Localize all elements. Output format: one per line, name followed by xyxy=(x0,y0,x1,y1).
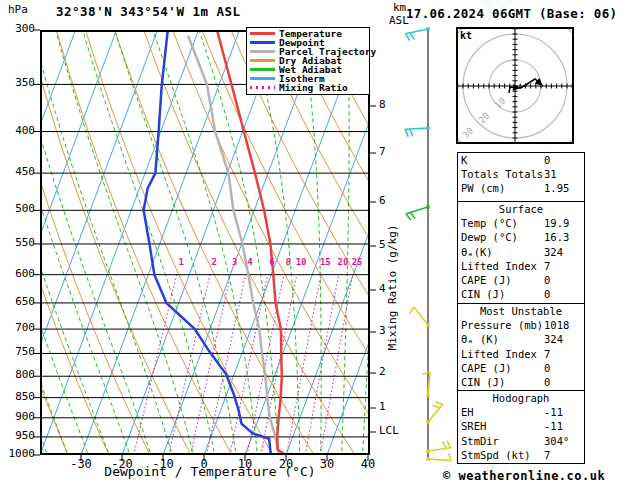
legend: TemperatureDewpointParcel TrajectoryDry … xyxy=(246,27,370,95)
date-title: 17.06.2024 06GMT (Base: 06) xyxy=(406,6,617,21)
table-row: Temp (°C)19.9 xyxy=(458,216,584,230)
pressure-tick-label: 850 xyxy=(5,391,35,403)
pressure-tick-label: 300 xyxy=(5,23,35,35)
mixing-ratio-label: 1 xyxy=(170,257,192,267)
table-row: StmSpd (kt)7 xyxy=(458,448,584,462)
table-section-header: Surface xyxy=(458,202,584,216)
legend-swatch-parcel-trajectory xyxy=(250,50,275,53)
table-row: Totals Totals31 xyxy=(458,167,584,181)
table-row-value: 7 xyxy=(544,259,550,274)
mixing-ratio-label: 4 xyxy=(239,257,261,267)
altitude-tick-label: 8 xyxy=(379,99,386,111)
table-row-label: θₑ(K) xyxy=(461,245,493,260)
table-section-header: Most Unstable xyxy=(458,304,584,318)
table-row: Lifted Index7 xyxy=(458,259,584,273)
table-row-value: -11 xyxy=(544,419,563,434)
table-row: EH-11 xyxy=(458,405,584,419)
table-row-label: CIN (J) xyxy=(461,287,505,302)
table-row-value: 7 xyxy=(544,448,550,463)
pressure-tick-label: 650 xyxy=(5,296,35,308)
mixing-ratio-label: 10 xyxy=(290,257,312,267)
table-row: θₑ (K)324 xyxy=(458,332,584,346)
table-row-label: SREH xyxy=(461,419,486,434)
table-row-value: 0 xyxy=(544,153,550,168)
table-row-label: StmSpd (kt) xyxy=(461,448,531,463)
table-row-value: 7 xyxy=(544,347,550,362)
mixing-ratio-label: 25 xyxy=(346,257,368,267)
table-row-value: 324 xyxy=(544,245,563,260)
table-row-label: CAPE (J) xyxy=(461,273,512,288)
altitude-unit-km-label: km xyxy=(393,1,406,14)
pressure-tick-label: 700 xyxy=(5,322,35,334)
pressure-tick-label: 750 xyxy=(5,346,35,358)
table-section-header: Hodograph xyxy=(458,391,584,405)
legend-swatch-mixing-ratio xyxy=(250,86,275,89)
table-row: StmDir304° xyxy=(458,434,584,448)
legend-swatch-dewpoint xyxy=(250,41,275,44)
table-row-value: 19.9 xyxy=(544,216,569,231)
table-row-label: CAPE (J) xyxy=(461,361,512,376)
table-row: θₑ(K)324 xyxy=(458,245,584,259)
altitude-tick-label: LCL xyxy=(379,425,399,437)
table-row-label: EH xyxy=(461,405,474,420)
table-section-indices: K0Totals Totals31PW (cm)1.95 xyxy=(457,152,585,203)
legend-swatch-isotherm xyxy=(250,77,275,80)
table-row-label: StmDir xyxy=(461,434,499,449)
table-row-value: -11 xyxy=(544,405,563,420)
mixing-ratio-axis-title: Mixing Ratio (g/kg) xyxy=(386,208,399,368)
legend-swatch-temperature xyxy=(250,32,275,35)
pressure-tick-label: 800 xyxy=(5,369,35,381)
table-section-surface: SurfaceTemp (°C)19.9Dewp (°C)16.3θₑ(K)32… xyxy=(457,201,585,304)
copyright: © weatheronline.co.uk xyxy=(443,469,605,483)
legend-swatch-wet-adiabat xyxy=(250,68,275,71)
altitude-tick-label: 2 xyxy=(379,366,386,378)
pressure-tick-label: 350 xyxy=(5,77,35,89)
pressure-tick-label: 400 xyxy=(5,125,35,137)
table-row-label: Dewp (°C) xyxy=(461,230,518,245)
table-row-value: 0 xyxy=(544,361,550,376)
pressure-tick-label: 550 xyxy=(5,237,35,249)
table-row: CAPE (J)0 xyxy=(458,273,584,287)
table-row: CIN (J)0 xyxy=(458,375,584,389)
table-section-hodograph: HodographEH-11SREH-11StmDir304°StmSpd (k… xyxy=(457,390,585,464)
table-row-label: K xyxy=(461,153,467,168)
table-row: CIN (J)0 xyxy=(458,287,584,301)
mixing-ratio-label: 2 xyxy=(203,257,225,267)
altitude-tick-label: 1 xyxy=(379,401,386,413)
table-row-label: Lifted Index xyxy=(461,347,537,362)
table-row-label: Lifted Index xyxy=(461,259,537,274)
table-row-label: Totals Totals xyxy=(461,167,543,182)
table-row: SREH-11 xyxy=(458,419,584,433)
table-row-label: Temp (°C) xyxy=(461,216,518,231)
table-row-label: CIN (J) xyxy=(461,375,505,390)
x-axis-title: Dewpoint / Temperature (°C) xyxy=(60,464,360,479)
pressure-tick-label: 450 xyxy=(5,166,35,178)
legend-item: Mixing Ratio xyxy=(247,83,369,92)
table-row: PW (cm)1.95 xyxy=(458,181,584,195)
legend-label: Mixing Ratio xyxy=(279,83,348,92)
pressure-tick-label: 950 xyxy=(5,430,35,442)
table-row: CAPE (J)0 xyxy=(458,361,584,375)
table-row: Dewp (°C)16.3 xyxy=(458,230,584,244)
sounding-page: hPa 32°38'N 343°54'W 1m ASL km ASL 17.06… xyxy=(0,0,629,486)
pressure-tick-label: 1000 xyxy=(5,448,35,460)
table-row-value: 1018 xyxy=(544,318,569,333)
table-row: Lifted Index7 xyxy=(458,347,584,361)
table-row-label: PW (cm) xyxy=(461,181,505,196)
table-row-value: 0 xyxy=(544,273,550,288)
table-row-value: 324 xyxy=(544,332,563,347)
pressure-tick-label: 500 xyxy=(5,203,35,215)
table-row: Pressure (mb)1018 xyxy=(458,318,584,332)
hodograph-unit-label: kt xyxy=(460,30,472,41)
altitude-tick-label: 6 xyxy=(379,195,386,207)
pressure-tick-label: 600 xyxy=(5,268,35,280)
station-title: 32°38'N 343°54'W 1m ASL xyxy=(56,4,241,19)
table-row-value: 31 xyxy=(544,167,557,182)
table-row-value: 304° xyxy=(544,434,569,449)
table-section-most-unstable: Most UnstablePressure (mb)1018θₑ (K)324L… xyxy=(457,303,585,391)
pressure-unit-label: hPa xyxy=(8,3,28,16)
table-row-value: 16.3 xyxy=(544,230,569,245)
altitude-tick-label: 7 xyxy=(379,146,386,158)
table-row-value: 1.95 xyxy=(544,181,569,196)
table-row: K0 xyxy=(458,153,584,167)
